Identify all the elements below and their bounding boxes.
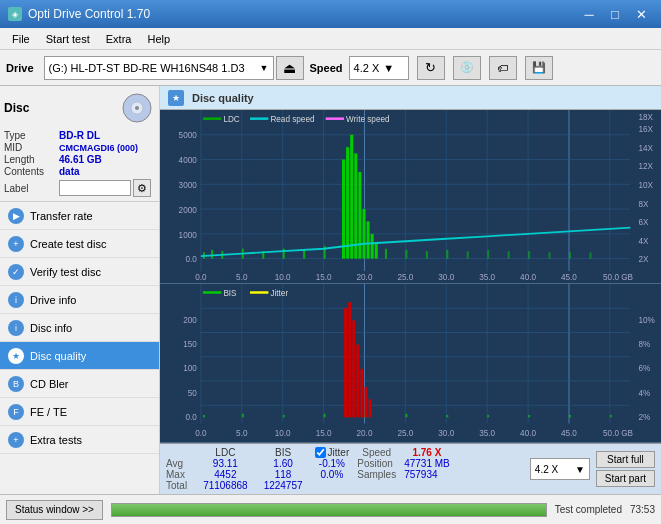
svg-text:3000: 3000 — [179, 179, 197, 190]
svg-rect-46 — [549, 252, 551, 258]
disc-length-label: Length — [4, 154, 59, 165]
disc-label-button[interactable]: ⚙ — [133, 179, 151, 197]
svg-rect-30 — [346, 147, 349, 258]
svg-rect-27 — [303, 250, 305, 259]
svg-text:Read speed: Read speed — [270, 114, 314, 125]
nav-disc-info[interactable]: i Disc info — [0, 314, 159, 342]
svg-text:2X: 2X — [639, 254, 649, 265]
nav-drive-info-label: Drive info — [30, 294, 76, 306]
jitter-label: Jitter — [328, 447, 350, 458]
speed-value: 4.2 X — [354, 62, 380, 74]
minimize-button[interactable]: ─ — [577, 4, 601, 24]
speed-dropdown[interactable]: 4.2 X ▼ — [349, 56, 409, 80]
svg-rect-29 — [342, 160, 345, 259]
nav-cd-bler[interactable]: B CD Bler — [0, 370, 159, 398]
nav-extra-tests-label: Extra tests — [30, 434, 82, 446]
svg-text:5.0: 5.0 — [236, 427, 247, 438]
disc-mid-row: MID CMCMAGDI6 (000) — [4, 142, 155, 153]
svg-text:50.0 GB: 50.0 GB — [603, 427, 633, 438]
disc-quality-header: ★ Disc quality — [160, 86, 661, 110]
speed-arrow: ▼ — [383, 62, 394, 74]
svg-text:8%: 8% — [639, 339, 651, 350]
svg-rect-81 — [160, 284, 661, 442]
menu-bar: File Start test Extra Help — [0, 28, 661, 50]
disc-contents-row: Contents data — [4, 166, 155, 177]
svg-text:14X: 14X — [639, 142, 654, 153]
svg-rect-109 — [344, 309, 347, 418]
svg-rect-37 — [375, 244, 378, 259]
disc-info-icon: i — [8, 320, 24, 336]
nav-create-test-disc[interactable]: + Create test disc — [0, 230, 159, 258]
svg-text:2000: 2000 — [179, 204, 197, 215]
refresh-button[interactable]: ↻ — [417, 56, 445, 80]
menu-help[interactable]: Help — [139, 31, 178, 47]
svg-text:12X: 12X — [639, 161, 654, 172]
svg-rect-106 — [528, 415, 530, 417]
verify-test-disc-icon: ✓ — [8, 264, 24, 280]
progress-bar-fill — [112, 504, 546, 516]
nav-drive-info[interactable]: i Drive info — [0, 286, 159, 314]
svg-rect-36 — [371, 234, 374, 259]
svg-text:4%: 4% — [639, 387, 651, 398]
svg-rect-42 — [467, 251, 469, 258]
nav-extra-tests[interactable]: + Extra tests — [0, 426, 159, 454]
start-full-button[interactable]: Start full — [596, 451, 655, 468]
disc-label-input[interactable] — [59, 180, 131, 196]
start-buttons: Start full Start part — [596, 451, 655, 487]
svg-rect-35 — [367, 221, 370, 258]
disc-length-value: 46.61 GB — [59, 154, 102, 165]
label-button[interactable]: 🏷 — [489, 56, 517, 80]
jitter-checkbox[interactable] — [315, 447, 326, 458]
svg-text:50: 50 — [188, 387, 197, 398]
nav-verify-test-disc-label: Verify test disc — [30, 266, 101, 278]
svg-text:50.0 GB: 50.0 GB — [603, 271, 633, 282]
svg-rect-99 — [242, 414, 244, 418]
svg-text:18X: 18X — [639, 111, 654, 122]
svg-rect-32 — [354, 153, 357, 258]
menu-file[interactable]: File — [4, 31, 38, 47]
speed-dropdown-stats[interactable]: 4.2 X ▼ — [530, 458, 590, 480]
disc-button[interactable]: 💿 — [453, 56, 481, 80]
drive-dropdown[interactable]: (G:) HL-DT-ST BD-RE WH16NS48 1.D3 ▼ — [44, 56, 274, 80]
menu-start-test[interactable]: Start test — [38, 31, 98, 47]
nav-verify-test-disc[interactable]: ✓ Verify test disc — [0, 258, 159, 286]
position-val: 47731 MB — [400, 458, 454, 469]
disc-label-key: Label — [4, 183, 59, 194]
progress-bar-container — [111, 503, 547, 517]
svg-text:35.0: 35.0 — [479, 427, 495, 438]
app-title: Opti Drive Control 1.70 — [28, 7, 150, 21]
nav-disc-info-label: Disc info — [30, 322, 72, 334]
maximize-button[interactable]: □ — [603, 4, 627, 24]
speed-dropdown-stats-arrow: ▼ — [575, 464, 585, 475]
svg-rect-3 — [160, 110, 661, 283]
menu-extra[interactable]: Extra — [98, 31, 140, 47]
svg-text:2%: 2% — [639, 412, 651, 423]
speed-reading: 1.76 X — [400, 447, 454, 458]
total-bis: 1224757 — [256, 480, 311, 491]
close-button[interactable]: ✕ — [629, 4, 653, 24]
eject-button[interactable]: ⏏ — [276, 56, 304, 80]
svg-point-2 — [135, 106, 139, 110]
svg-text:100: 100 — [183, 363, 197, 374]
nav-items: ▶ Transfer rate + Create test disc ✓ Ver… — [0, 202, 159, 454]
status-bar: Status window >> Test completed 73:53 — [0, 494, 661, 524]
nav-transfer-rate[interactable]: ▶ Transfer rate — [0, 202, 159, 230]
start-part-button[interactable]: Start part — [596, 470, 655, 487]
svg-text:4000: 4000 — [179, 155, 197, 166]
drive-value: (G:) HL-DT-ST BD-RE WH16NS48 1.D3 — [49, 62, 245, 74]
save-button[interactable]: 💾 — [525, 56, 553, 80]
disc-section: Disc Type BD-R DL MID CMCMAGDI6 (000) L — [0, 86, 159, 202]
svg-rect-101 — [324, 414, 326, 418]
svg-text:BIS: BIS — [223, 288, 236, 299]
nav-fe-te[interactable]: F FE / TE — [0, 398, 159, 426]
fe-te-icon: F — [8, 404, 24, 420]
svg-rect-39 — [405, 250, 407, 259]
status-window-button[interactable]: Status window >> — [6, 500, 103, 520]
top-chart: 0.0 1000 2000 3000 4000 5000 2X 4X 6X 8X… — [160, 110, 661, 284]
svg-text:0.0: 0.0 — [195, 271, 206, 282]
samples-val: 757934 — [400, 469, 454, 480]
avg-bis: 1.60 — [256, 458, 311, 469]
nav-disc-quality[interactable]: ★ Disc quality — [0, 342, 159, 370]
svg-text:15.0: 15.0 — [316, 271, 332, 282]
create-test-disc-icon: + — [8, 236, 24, 252]
